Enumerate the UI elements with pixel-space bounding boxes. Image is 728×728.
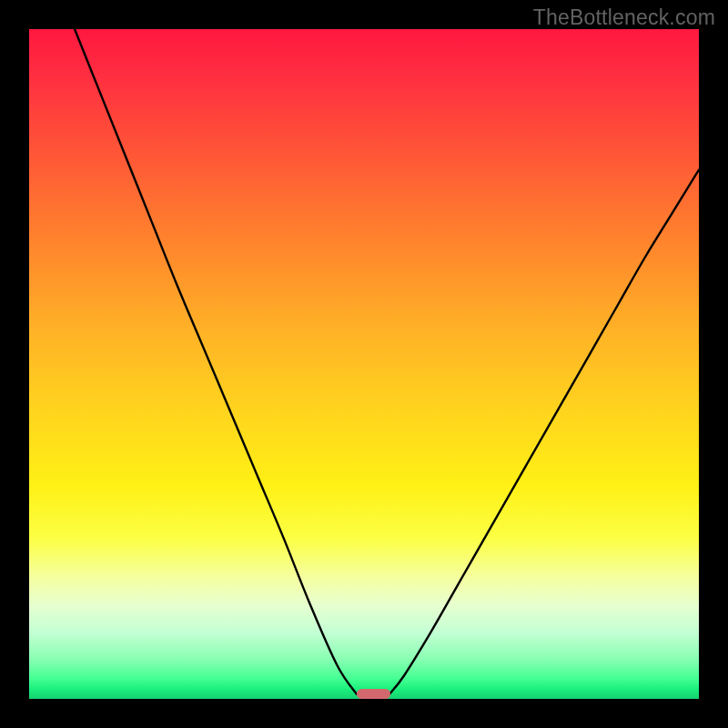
curve-right-curve (389, 170, 699, 694)
canvas: TheBottleneck.com (0, 0, 728, 728)
minimum-marker (357, 689, 390, 699)
curves-layer (0, 0, 728, 728)
curve-left-curve (75, 29, 357, 694)
